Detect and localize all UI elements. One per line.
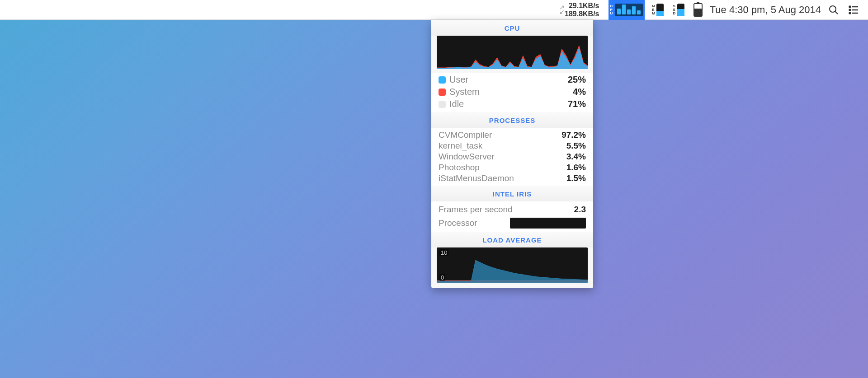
process-value: 3.4% — [566, 152, 586, 162]
menu-clock[interactable]: Tue 4:30 pm, 5 Aug 2014 — [710, 4, 821, 16]
battery-icon — [693, 3, 703, 17]
legend-swatch-icon — [439, 76, 446, 84]
legend-value: 4% — [573, 87, 586, 97]
process-row[interactable]: WindowServer3.4% — [437, 151, 588, 162]
processor-bar — [510, 218, 586, 229]
mem-icon: M E M — [652, 5, 655, 15]
legend-row[interactable]: Idle71% — [437, 98, 588, 110]
legend-label: User — [449, 75, 568, 85]
fps-row[interactable]: Frames per second 2.3 — [437, 204, 588, 215]
memory-widget[interactable]: M E M — [650, 0, 665, 20]
load-y-top: 10 — [439, 249, 448, 256]
legend-swatch-icon — [439, 101, 446, 108]
process-value: 1.5% — [566, 173, 586, 183]
processes-section-header[interactable]: PROCESSES — [431, 112, 593, 128]
network-widget[interactable]: ↗↙ 29.1KB/s 189.8KB/s — [557, 0, 603, 20]
svg-point-0 — [830, 6, 836, 12]
process-name: CVMCompiler — [439, 130, 492, 140]
svg-point-2 — [849, 6, 851, 7]
process-name: Photoshop — [439, 163, 480, 173]
legend-row[interactable]: System4% — [437, 86, 588, 98]
ssd-icon: S S D — [673, 5, 675, 15]
load-y-bottom: 0 — [439, 274, 445, 281]
processor-label: Processor — [439, 218, 477, 228]
load-average-chart[interactable]: 10 0 — [437, 247, 588, 283]
menu-bar: ↗↙ 29.1KB/s 189.8KB/s C P U M E M S S D — [0, 0, 868, 20]
legend-row[interactable]: User25% — [437, 74, 588, 86]
legend-value: 71% — [568, 99, 586, 109]
notification-center-icon[interactable] — [846, 0, 861, 20]
net-up-value: 29.1KB/s — [569, 2, 599, 10]
load-section-header[interactable]: LOAD AVERAGE — [431, 232, 593, 247]
cpu-bars-icon — [615, 4, 643, 16]
process-row[interactable]: kernel_task5.5% — [437, 140, 588, 151]
net-arrows-icon: ↗↙ — [559, 5, 565, 14]
net-down-value: 189.8KB/s — [565, 10, 599, 18]
fps-value: 2.3 — [574, 205, 586, 215]
process-name: WindowServer — [439, 152, 495, 162]
fps-label: Frames per second — [439, 205, 513, 215]
process-value: 97.2% — [561, 130, 586, 140]
cpu-icon: C P U — [610, 5, 613, 15]
process-row[interactable]: Photoshop1.6% — [437, 162, 588, 173]
svg-line-1 — [835, 11, 838, 14]
legend-value: 25% — [568, 75, 586, 85]
spotlight-search-icon[interactable] — [826, 0, 841, 20]
ssd-fill-icon — [677, 4, 684, 16]
cpu-widget[interactable]: C P U — [609, 0, 645, 20]
process-name: iStatMenusDaemon — [439, 173, 514, 183]
process-name: kernel_task — [439, 141, 482, 151]
ssd-widget[interactable]: S S D — [671, 0, 686, 20]
cpu-section-header[interactable]: CPU — [431, 20, 593, 36]
gpu-section-header[interactable]: INTEL IRIS — [431, 186, 593, 201]
cpu-legend-list: User25%System4%Idle71% — [431, 73, 593, 112]
process-value: 5.5% — [566, 141, 586, 151]
cpu-dropdown-panel: CPU User25%System4%Idle71% PROCESSES CVM… — [431, 20, 593, 288]
process-row[interactable]: iStatMenusDaemon1.5% — [437, 173, 588, 184]
processor-row[interactable]: Processor — [437, 215, 588, 229]
mem-fill-icon — [656, 4, 664, 16]
battery-widget[interactable] — [692, 0, 704, 20]
svg-point-6 — [849, 12, 851, 14]
legend-label: System — [449, 87, 573, 97]
legend-label: Idle — [449, 99, 568, 109]
svg-point-4 — [849, 9, 851, 10]
legend-swatch-icon — [439, 89, 446, 96]
process-row[interactable]: CVMCompiler97.2% — [437, 130, 588, 140]
process-value: 1.6% — [566, 163, 586, 173]
cpu-usage-chart[interactable] — [437, 36, 588, 69]
process-list: CVMCompiler97.2%kernel_task5.5%WindowSer… — [431, 128, 593, 186]
